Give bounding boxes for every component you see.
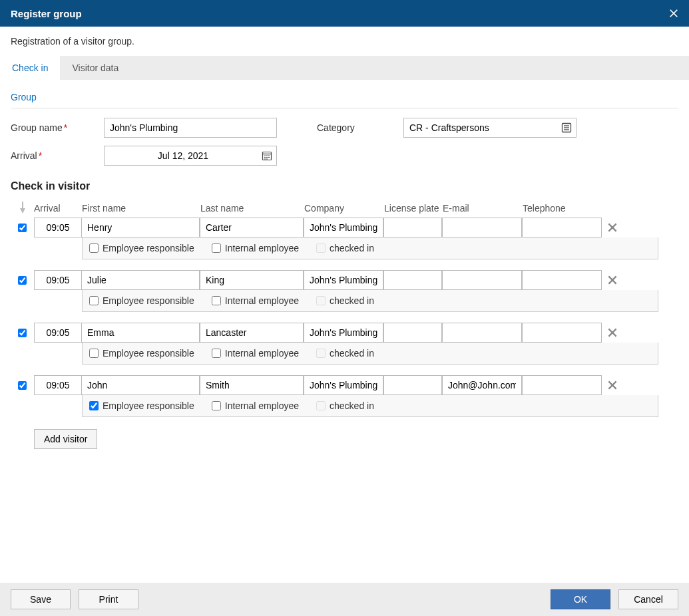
row-select-checkbox[interactable] — [18, 329, 27, 337]
visitor-first-input[interactable] — [81, 375, 200, 395]
visitor-company-input[interactable] — [304, 375, 383, 395]
row-select-checkbox[interactable] — [18, 276, 27, 285]
visitor-company-input[interactable] — [304, 323, 383, 343]
visitor-internal-checkbox[interactable] — [212, 401, 221, 410]
visitor-internal-flag[interactable]: Internal employee — [212, 295, 299, 306]
visitor-internal-checkbox[interactable] — [212, 296, 221, 305]
tab-bar: Check in Visitor data — [0, 56, 689, 80]
visitor-license-input[interactable] — [383, 270, 442, 290]
visitor-emp_resp-checkbox[interactable] — [89, 349, 99, 358]
visitor-last-input[interactable] — [200, 323, 304, 343]
visitor-email-input[interactable] — [442, 375, 522, 395]
visitor-emp_resp-checkbox[interactable] — [89, 401, 99, 410]
visitor-license-input[interactable] — [383, 375, 442, 395]
save-button[interactable]: Save — [11, 589, 71, 609]
visitor-internal-flag[interactable]: Internal employee — [212, 400, 299, 411]
visitor-email-input[interactable] — [442, 218, 522, 237]
visitor-row: Employee responsibleInternal employeeche… — [11, 323, 678, 365]
arrival-date-input[interactable] — [104, 146, 277, 166]
visitor-company-input[interactable] — [304, 270, 383, 290]
visitor-row: Employee responsibleInternal employeeche… — [11, 218, 678, 259]
arrival-field-wrap — [104, 146, 277, 166]
visitor-checked-checkbox — [316, 296, 326, 305]
group-section-title: Group — [11, 80, 678, 108]
visitor-checked-checkbox — [316, 243, 326, 253]
visitor-phone-input[interactable] — [522, 323, 602, 343]
col-phone: Telephone — [523, 203, 602, 214]
arrival-label: Arrival* — [11, 150, 104, 161]
col-last: Last name — [200, 203, 304, 214]
col-email: E-mail — [443, 203, 523, 214]
visitor-emp_resp-flag[interactable]: Employee responsible — [89, 400, 194, 411]
visitor-table: Arrival First name Last name Company Lic… — [11, 198, 678, 449]
visitor-emp_resp-checkbox[interactable] — [89, 243, 99, 253]
list-picker-icon[interactable] — [557, 118, 576, 137]
visitor-checked-checkbox — [316, 401, 326, 410]
visitor-last-input[interactable] — [200, 270, 304, 290]
visitor-internal-checkbox[interactable] — [212, 349, 221, 358]
delete-row-icon[interactable] — [602, 222, 622, 233]
content-area: Group Group name* Category Arrival* — [0, 80, 689, 583]
ok-button[interactable]: OK — [551, 589, 610, 609]
visitor-checked-flag: checked in — [316, 243, 374, 253]
visitor-email-input[interactable] — [442, 270, 522, 290]
visitor-first-input[interactable] — [81, 270, 200, 290]
visitor-arrival-input[interactable] — [34, 270, 82, 290]
visitor-emp_resp-flag[interactable]: Employee responsible — [89, 348, 194, 359]
col-arrival: Arrival — [34, 203, 82, 214]
title-bar: Register group — [0, 0, 689, 27]
visitor-phone-input[interactable] — [522, 375, 602, 395]
visitor-internal-flag[interactable]: Internal employee — [212, 348, 299, 359]
category-label: Category — [317, 122, 403, 133]
visitor-last-input[interactable] — [200, 218, 304, 237]
visitor-arrival-input[interactable] — [34, 375, 82, 395]
row-select-checkbox[interactable] — [18, 381, 27, 390]
visitor-license-input[interactable] — [383, 323, 442, 343]
visitor-email-input[interactable] — [442, 323, 522, 343]
svg-rect-17 — [22, 202, 23, 210]
visitor-arrival-input[interactable] — [34, 218, 82, 237]
visitor-last-input[interactable] — [200, 375, 304, 395]
visitor-emp_resp-checkbox[interactable] — [89, 296, 99, 305]
group-form: Group name* Category Arrival* — [11, 108, 678, 166]
group-name-label: Group name* — [11, 122, 104, 133]
visitor-arrival-input[interactable] — [34, 323, 82, 343]
category-field-wrap — [403, 118, 576, 138]
visitor-emp_resp-flag[interactable]: Employee responsible — [89, 243, 194, 253]
sort-icon[interactable] — [11, 202, 34, 214]
visitor-row: Employee responsibleInternal employeeche… — [11, 270, 678, 312]
visitor-phone-input[interactable] — [522, 218, 602, 237]
group-name-input[interactable] — [104, 118, 277, 138]
delete-row-icon[interactable] — [602, 327, 622, 339]
visitor-first-input[interactable] — [81, 218, 200, 237]
row-select-checkbox[interactable] — [18, 224, 27, 232]
cancel-button[interactable]: Cancel — [618, 589, 678, 609]
close-icon[interactable] — [665, 3, 682, 24]
visitor-checked-flag: checked in — [316, 295, 374, 306]
delete-row-icon[interactable] — [602, 379, 622, 391]
visitor-checked-flag: checked in — [316, 400, 374, 411]
dialog-subtitle: Registration of a visitor group. — [0, 27, 689, 56]
visitor-license-input[interactable] — [383, 218, 442, 237]
visitor-internal-checkbox[interactable] — [212, 243, 221, 253]
category-input[interactable] — [403, 118, 576, 138]
delete-row-icon[interactable] — [602, 274, 622, 286]
dialog-footer: Save Print OK Cancel — [0, 583, 689, 616]
calendar-icon[interactable] — [258, 146, 276, 165]
tab-checkin[interactable]: Check in — [0, 56, 60, 80]
visitor-phone-input[interactable] — [522, 270, 602, 290]
checkin-section-title: Check in visitor — [11, 166, 678, 198]
visitor-checked-flag: checked in — [316, 348, 374, 359]
visitor-checked-checkbox — [316, 349, 326, 358]
visitor-internal-flag[interactable]: Internal employee — [212, 243, 299, 253]
visitor-table-header: Arrival First name Last name Company Lic… — [11, 198, 678, 218]
visitor-row: Employee responsibleInternal employeeche… — [11, 375, 678, 417]
add-visitor-button[interactable]: Add visitor — [34, 429, 97, 449]
visitor-first-input[interactable] — [81, 323, 200, 343]
print-button[interactable]: Print — [79, 589, 138, 609]
visitor-emp_resp-flag[interactable]: Employee responsible — [89, 295, 194, 306]
col-first: First name — [82, 203, 200, 214]
col-license: License plate — [384, 203, 443, 214]
tab-visitordata[interactable]: Visitor data — [60, 56, 130, 80]
visitor-company-input[interactable] — [304, 218, 383, 237]
